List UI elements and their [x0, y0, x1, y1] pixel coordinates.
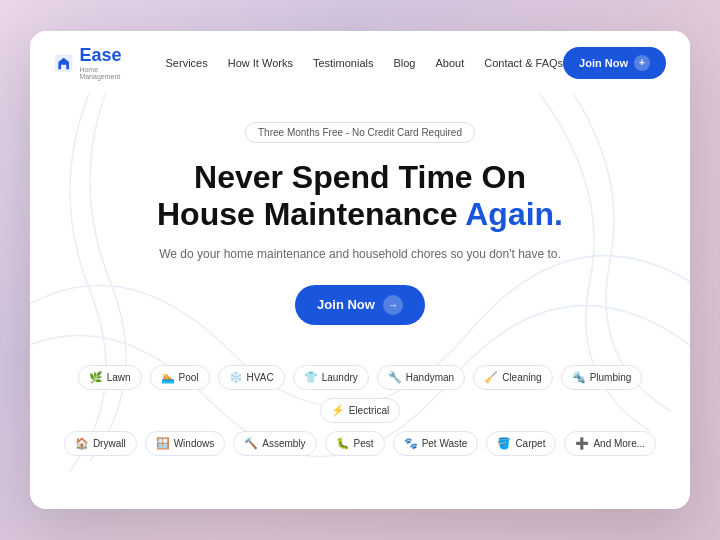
handyman-label: Handyman	[406, 372, 454, 383]
hero-subtitle: We do your home maintenance and househol…	[70, 245, 650, 263]
pest-icon: 🐛	[336, 437, 350, 450]
hero-section: Three Months Free - No Credit Card Requi…	[30, 94, 690, 345]
nav-about[interactable]: About	[435, 57, 464, 69]
drywall-icon: 🏠	[75, 437, 89, 450]
windows-icon: 🪟	[156, 437, 170, 450]
pet-waste-label: Pet Waste	[422, 438, 468, 449]
assembly-label: Assembly	[262, 438, 305, 449]
nav-links: Services How It Works Testimonials Blog …	[166, 57, 564, 69]
services-row-2: 🏠 Drywall 🪟 Windows 🔨 Assembly 🐛 Pest 🐾 …	[54, 431, 666, 456]
more-label: And More...	[593, 438, 645, 449]
services-row-1: 🌿 Lawn 🏊 Pool ❄️ HVAC 👕 Laundry 🔧 Handym…	[54, 365, 666, 423]
pest-label: Pest	[354, 438, 374, 449]
nav-contact[interactable]: Contact & FAQs	[484, 57, 563, 69]
service-lawn[interactable]: 🌿 Lawn	[78, 365, 142, 390]
hero-cta-button[interactable]: Join Now →	[295, 285, 425, 325]
hero-cta-arrow-icon: →	[383, 295, 403, 315]
service-pet-waste[interactable]: 🐾 Pet Waste	[393, 431, 479, 456]
nav-how-it-works[interactable]: How It Works	[228, 57, 293, 69]
service-laundry[interactable]: 👕 Laundry	[293, 365, 369, 390]
service-drywall[interactable]: 🏠 Drywall	[64, 431, 137, 456]
service-pool[interactable]: 🏊 Pool	[150, 365, 210, 390]
drywall-label: Drywall	[93, 438, 126, 449]
cleaning-icon: 🧹	[484, 371, 498, 384]
service-handyman[interactable]: 🔧 Handyman	[377, 365, 465, 390]
handyman-icon: 🔧	[388, 371, 402, 384]
brand-subtitle: Home Management	[79, 66, 133, 80]
service-assembly[interactable]: 🔨 Assembly	[233, 431, 316, 456]
service-windows[interactable]: 🪟 Windows	[145, 431, 226, 456]
hvac-icon: ❄️	[229, 371, 243, 384]
more-icon: ➕	[575, 437, 589, 450]
hero-title-line2: House Maintenance Again.	[157, 196, 563, 232]
pet-waste-icon: 🐾	[404, 437, 418, 450]
lawn-icon: 🌿	[89, 371, 103, 384]
service-electrical[interactable]: ⚡ Electrical	[320, 398, 401, 423]
hero-title-prefix: House Maintenance	[157, 196, 465, 232]
carpet-icon: 🪣	[497, 437, 511, 450]
join-button-icon: +	[634, 55, 650, 71]
service-plumbing[interactable]: 🔩 Plumbing	[561, 365, 643, 390]
navbar: Ease Home Management Services How It Wor…	[30, 31, 690, 94]
cleaning-label: Cleaning	[502, 372, 541, 383]
nav-testimonials[interactable]: Testimonials	[313, 57, 374, 69]
hero-title-highlight: Again.	[465, 196, 563, 232]
join-button-label: Join Now	[579, 57, 628, 69]
nav-services[interactable]: Services	[166, 57, 208, 69]
electrical-icon: ⚡	[331, 404, 345, 417]
windows-label: Windows	[174, 438, 215, 449]
lawn-label: Lawn	[107, 372, 131, 383]
nav-blog[interactable]: Blog	[393, 57, 415, 69]
service-cleaning[interactable]: 🧹 Cleaning	[473, 365, 552, 390]
plumbing-icon: 🔩	[572, 371, 586, 384]
plumbing-label: Plumbing	[590, 372, 632, 383]
pool-icon: 🏊	[161, 371, 175, 384]
service-pest[interactable]: 🐛 Pest	[325, 431, 385, 456]
service-hvac[interactable]: ❄️ HVAC	[218, 365, 285, 390]
laundry-icon: 👕	[304, 371, 318, 384]
logo[interactable]: Ease Home Management	[54, 45, 134, 80]
home-icon	[54, 52, 73, 74]
carpet-label: Carpet	[515, 438, 545, 449]
brand-name: Ease	[79, 45, 121, 65]
service-carpet[interactable]: 🪣 Carpet	[486, 431, 556, 456]
services-section: 🌿 Lawn 🏊 Pool ❄️ HVAC 👕 Laundry 🔧 Handym…	[30, 345, 690, 456]
hero-title-line1: Never Spend Time On	[194, 159, 526, 195]
service-more[interactable]: ➕ And More...	[564, 431, 656, 456]
nav-join-button[interactable]: Join Now +	[563, 47, 666, 79]
free-badge: Three Months Free - No Credit Card Requi…	[245, 122, 475, 143]
hero-cta-label: Join Now	[317, 297, 375, 312]
electrical-label: Electrical	[349, 405, 390, 416]
hero-title: Never Spend Time On House Maintenance Ag…	[70, 159, 650, 233]
assembly-icon: 🔨	[244, 437, 258, 450]
pool-label: Pool	[179, 372, 199, 383]
hvac-label: HVAC	[247, 372, 274, 383]
laundry-label: Laundry	[322, 372, 358, 383]
browser-window: Ease Home Management Services How It Wor…	[30, 31, 690, 509]
